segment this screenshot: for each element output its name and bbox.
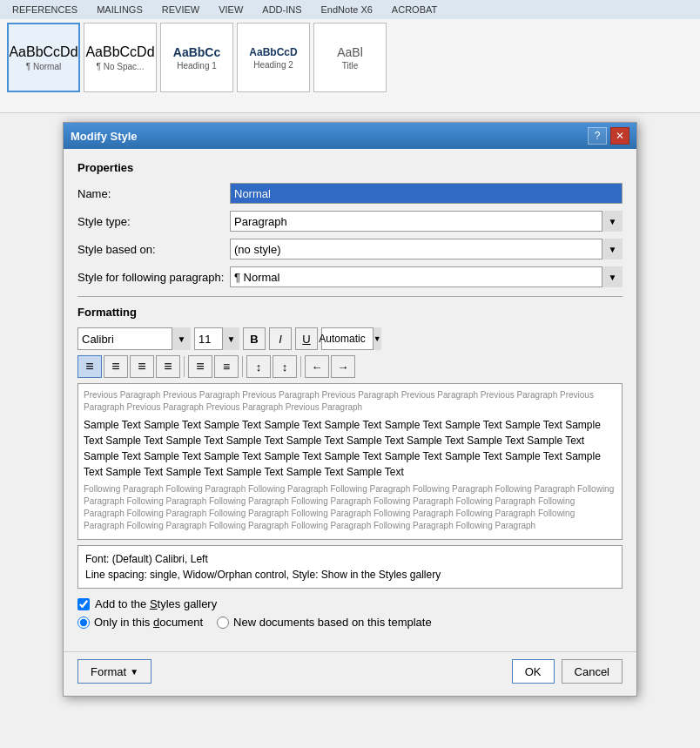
- format-button[interactable]: Format ▼: [77, 659, 151, 684]
- style-based-label: Style based on:: [77, 243, 230, 256]
- preview-previous-text: Previous Paragraph Previous Paragraph Pr…: [84, 389, 616, 414]
- close-button[interactable]: ✕: [610, 127, 629, 145]
- style-type-select-wrapper: Paragraph ▼: [230, 211, 623, 232]
- new-docs-option: New documents based on this template: [217, 616, 432, 629]
- italic-button[interactable]: I: [269, 327, 292, 350]
- name-row: Name:: [77, 183, 623, 204]
- style-following-select-wrapper: ¶ Normal ▼: [230, 266, 623, 287]
- style-description: Font: (Default) Calibri, Left Line spaci…: [77, 545, 623, 589]
- style-desc-line2: Line spacing: single, Widow/Orphan contr…: [85, 567, 615, 583]
- dialog-title-buttons: ? ✕: [588, 127, 629, 145]
- properties-section-title: Properties: [77, 161, 623, 174]
- only-this-doc-option: Only in this document: [77, 616, 203, 629]
- dialog-body: Properties Name: Style type: Paragraph ▼…: [64, 149, 636, 648]
- add-to-gallery-row: Add to the Styles gallery: [77, 597, 623, 610]
- dialog-overlay: Modify Style ? ✕ Properties Name: Style …: [0, 0, 700, 748]
- divider-1: [77, 296, 623, 297]
- decrease-indent-button[interactable]: ←: [305, 355, 329, 378]
- formatting-section-title: Formatting: [77, 306, 623, 319]
- color-button[interactable]: Automatic ▼: [321, 327, 374, 350]
- align-separator-3: [300, 356, 301, 377]
- footer-right: OK Cancel: [512, 659, 623, 684]
- add-to-gallery-label[interactable]: Add to the Styles gallery: [95, 597, 217, 610]
- increase-indent-button[interactable]: →: [331, 355, 355, 378]
- format-arrow-icon: ▼: [130, 667, 138, 677]
- cancel-button[interactable]: Cancel: [562, 659, 623, 684]
- new-docs-label[interactable]: New documents based on this template: [233, 616, 432, 629]
- dialog-titlebar: Modify Style ? ✕: [64, 123, 636, 149]
- style-following-label: Style for following paragraph:: [77, 271, 230, 284]
- preview-sample-text: Sample Text Sample Text Sample Text Samp…: [84, 417, 616, 480]
- only-this-doc-radio[interactable]: [77, 617, 90, 629]
- ok-button[interactable]: OK: [512, 659, 555, 684]
- align-row: ≡ ≡ ≡ ≡ ≡ ≡ ↕ ↕ ← →: [77, 355, 623, 378]
- add-to-gallery-checkbox[interactable]: [77, 598, 90, 610]
- color-dropdown-icon: ▼: [373, 327, 381, 350]
- size-select-wrapper: 11 ▼: [194, 327, 239, 350]
- font-select[interactable]: Calibri: [77, 327, 191, 350]
- dialog-footer: Format ▼ OK Cancel: [64, 651, 636, 696]
- style-desc-line1: Font: (Default) Calibri, Left: [85, 551, 615, 567]
- preview-area: Previous Paragraph Previous Paragraph Pr…: [77, 383, 623, 540]
- style-based-row: Style based on: (no style) ▼: [77, 239, 623, 259]
- modify-style-dialog: Modify Style ? ✕ Properties Name: Style …: [63, 122, 637, 697]
- style-following-row: Style for following paragraph: ¶ Normal …: [77, 266, 623, 287]
- format-button-label: Format: [91, 665, 126, 678]
- help-button[interactable]: ?: [588, 127, 607, 145]
- style-type-row: Style type: Paragraph ▼: [77, 211, 623, 232]
- font-row: Calibri ▼ 11 ▼ B I U Automatic ▼: [77, 327, 623, 350]
- new-docs-radio[interactable]: [217, 617, 229, 629]
- align-justify-button[interactable]: ≡: [156, 355, 180, 378]
- style-based-select[interactable]: (no style): [230, 239, 623, 259]
- style-type-label: Style type:: [77, 215, 230, 228]
- name-input[interactable]: [230, 183, 623, 204]
- color-label: Automatic: [313, 333, 370, 345]
- style-following-select[interactable]: ¶ Normal: [230, 266, 623, 287]
- indent-left-button[interactable]: ≡: [214, 355, 239, 378]
- font-select-wrapper: Calibri ▼: [77, 327, 191, 350]
- only-this-doc-label[interactable]: Only in this document: [94, 616, 203, 629]
- align-center-button[interactable]: ≡: [104, 355, 128, 378]
- radio-row: Only in this document New documents base…: [77, 616, 623, 629]
- line-spacing1-button[interactable]: ↕: [246, 355, 271, 378]
- align-separator-1: [184, 356, 185, 377]
- align-right-button[interactable]: ≡: [130, 355, 154, 378]
- name-label: Name:: [77, 187, 230, 200]
- footer-left: Format ▼: [77, 659, 151, 684]
- style-based-select-wrapper: (no style) ▼: [230, 239, 623, 259]
- size-select[interactable]: 11: [194, 327, 239, 350]
- preview-following-text: Following Paragraph Following Paragraph …: [84, 483, 616, 532]
- align-left2-button[interactable]: ≡: [188, 355, 212, 378]
- line-spacing2-button[interactable]: ↕: [273, 355, 297, 378]
- dialog-title: Modify Style: [71, 130, 138, 143]
- style-type-select[interactable]: Paragraph: [230, 211, 623, 232]
- bottom-options: Add to the Styles gallery Only in this d…: [77, 597, 623, 629]
- bold-button[interactable]: B: [243, 327, 266, 350]
- align-left-button[interactable]: ≡: [77, 355, 102, 378]
- align-separator-2: [242, 356, 243, 377]
